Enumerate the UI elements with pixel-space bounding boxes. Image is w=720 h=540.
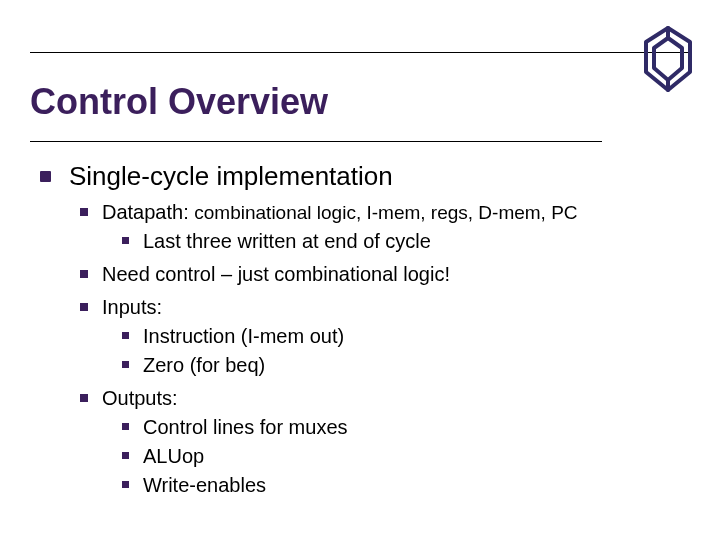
level3-text: Instruction (I-mem out) [143,323,690,350]
bullet-level3: Control lines for muxes [122,414,690,441]
slide-body: Single-cycle implementation Datapath: co… [40,160,690,499]
bullet-level3: Zero (for beq) [122,352,690,379]
bullet-level2: Datapath: combinational logic, I-mem, re… [80,199,690,226]
level3-text: Last three written at end of cycle [143,228,690,255]
level2-text-part-b: combinational logic, I-mem, regs, D-mem,… [194,202,577,223]
bullet-level2: Inputs: [80,294,690,321]
level3-text: Write-enables [143,472,690,499]
bullet-level3: ALUop [122,443,690,470]
title-area: Control Overview [30,52,690,123]
level3-text: Zero (for beq) [143,352,690,379]
square-bullet-icon [80,394,88,402]
square-bullet-icon [80,303,88,311]
bullet-level2: Outputs: [80,385,690,412]
square-bullet-icon [80,208,88,216]
level3-text: ALUop [143,443,690,470]
square-bullet-icon [122,452,129,459]
level2-text: Need control – just combinational logic! [102,261,690,288]
square-bullet-icon [80,270,88,278]
level3-text: Control lines for muxes [143,414,690,441]
level2-text-part-a: Datapath: [102,201,194,223]
level2-text: Outputs: [102,385,690,412]
institution-logo-icon [638,24,698,94]
square-bullet-icon [122,237,129,244]
square-bullet-icon [40,171,51,182]
bullet-level2: Need control – just combinational logic! [80,261,690,288]
level2-text: Inputs: [102,294,690,321]
square-bullet-icon [122,423,129,430]
slide: { "title": "Control Overview", "logo_nam… [0,0,720,540]
bullet-level3: Last three written at end of cycle [122,228,690,255]
bullet-level1: Single-cycle implementation [40,160,690,193]
square-bullet-icon [122,332,129,339]
bullet-level3: Write-enables [122,472,690,499]
bullet-level3: Instruction (I-mem out) [122,323,690,350]
square-bullet-icon [122,361,129,368]
level2-text: Datapath: combinational logic, I-mem, re… [102,199,690,226]
level1-text: Single-cycle implementation [69,160,690,193]
square-bullet-icon [122,481,129,488]
slide-title: Control Overview [30,81,690,123]
